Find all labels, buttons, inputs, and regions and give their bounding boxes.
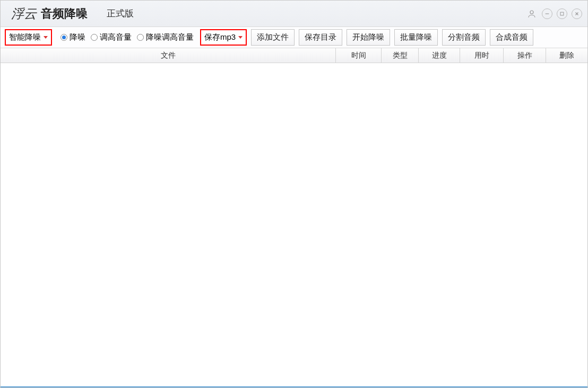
radio-denoise[interactable]: 降噪 [60,32,85,42]
col-delete[interactable]: 删除 [546,48,587,63]
col-progress[interactable]: 进度 [419,48,460,63]
svg-rect-2 [560,12,564,15]
col-type[interactable]: 类型 [382,48,419,63]
start-denoise-button[interactable]: 开始降噪 [347,29,390,46]
radio-icon [60,34,67,41]
split-audio-button[interactable]: 分割音频 [442,29,486,46]
user-icon[interactable] [526,8,538,20]
radio-icon [137,34,144,41]
maximize-button[interactable] [557,8,567,19]
batch-denoise-button[interactable]: 批量降噪 [394,29,438,46]
app-window: 浮云 音频降噪 正式版 [0,0,588,388]
radio-denoise-volume[interactable]: 降噪调高音量 [137,32,194,42]
svg-point-0 [530,11,533,14]
window-controls [526,8,582,20]
minimize-button[interactable] [542,8,552,19]
radio-icon [91,34,98,41]
col-duration[interactable]: 用时 [460,48,504,63]
format-dropdown-label: 保存mp3 [204,32,236,42]
app-logo: 浮云 [11,5,37,22]
titlebar: 浮云 音频降噪 正式版 [1,1,587,27]
table-header: 文件 时间 类型 进度 用时 操作 删除 [1,48,587,63]
radio-label: 降噪调高音量 [146,32,194,42]
toolbar: 智能降噪 降噪 调高音量 降噪调高音量 保存mp3 添加文件 保存目录 开始降噪… [1,27,587,48]
radio-volume-up[interactable]: 调高音量 [91,32,132,42]
mode-dropdown[interactable]: 智能降噪 [5,29,52,46]
table-body-empty [1,63,587,387]
col-time[interactable]: 时间 [336,48,382,63]
caret-down-icon [238,36,243,39]
add-file-button[interactable]: 添加文件 [251,29,295,46]
col-action[interactable]: 操作 [504,48,546,63]
app-version: 正式版 [107,7,134,20]
caret-down-icon [44,36,48,39]
radio-label: 调高音量 [100,32,132,42]
merge-audio-button[interactable]: 合成音频 [490,29,533,46]
app-title: 音频降噪 [41,6,88,22]
format-dropdown[interactable]: 保存mp3 [200,29,247,46]
col-file[interactable]: 文件 [1,48,336,63]
close-button[interactable] [572,8,582,19]
radio-group: 降噪 调高音量 降噪调高音量 [60,32,194,42]
radio-label: 降噪 [70,32,85,42]
mode-dropdown-label: 智能降噪 [9,32,41,42]
save-dir-button[interactable]: 保存目录 [299,29,342,46]
